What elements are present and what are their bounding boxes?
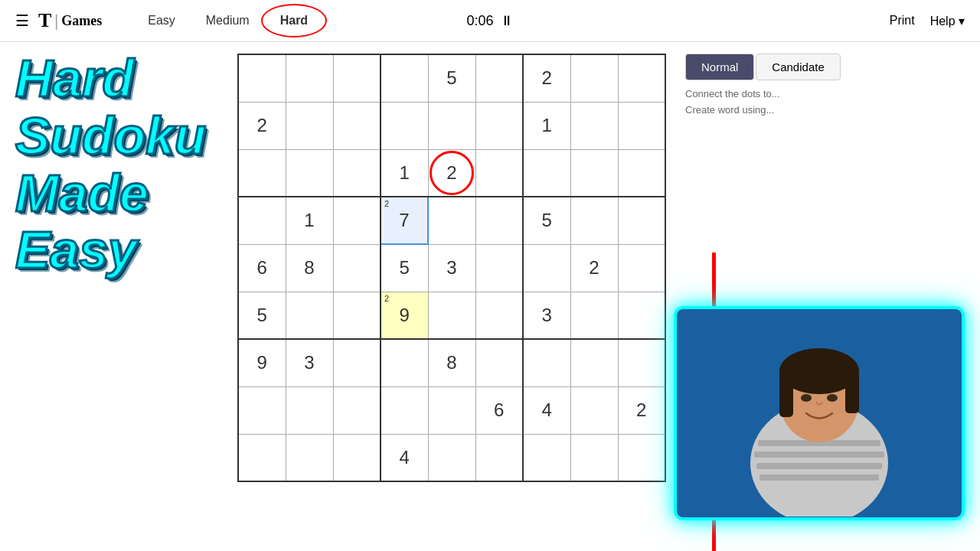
grid-cell[interactable] [238,149,286,197]
grid-cell[interactable] [381,102,428,149]
grid-cell[interactable] [618,292,665,339]
grid-cell[interactable] [618,244,665,292]
grid-cell[interactable] [428,386,475,434]
grid-cell[interactable] [333,386,381,434]
grid-cell[interactable] [238,434,286,481]
timer-display: 0:06 [466,13,493,29]
grid-cell[interactable] [333,54,381,102]
tab-easy[interactable]: Easy [132,8,191,34]
grid-cell[interactable]: 1 [286,197,333,244]
grid-cell[interactable]: 6 [475,386,523,434]
grid-cell[interactable] [333,434,381,481]
candidate-number: 2 [384,294,389,303]
grid-cell[interactable] [428,434,475,481]
grid-cell[interactable] [428,292,475,339]
grid-cell[interactable] [475,434,523,481]
grid-cell[interactable]: 3 [428,244,475,292]
grid-cell[interactable] [428,197,475,244]
grid-cell[interactable]: 3 [523,292,570,339]
grid-cell[interactable]: 2 [618,386,665,434]
grid-cell[interactable] [333,197,381,244]
grid-cell[interactable]: 1 [381,149,428,197]
grid-cell[interactable]: 4 [523,386,570,434]
grid-cell[interactable] [570,434,618,481]
grid-cell[interactable]: 4 [381,434,428,481]
grid-cell[interactable] [618,149,665,197]
tab-hard[interactable]: Hard [265,8,323,34]
grid-cell[interactable]: 8 [286,244,333,292]
grid-cell[interactable] [475,54,523,102]
grid-cell[interactable] [523,339,570,386]
grid-cell[interactable]: 2 [570,244,618,292]
grid-cell[interactable]: 5 [381,244,428,292]
grid-cell[interactable] [238,54,286,102]
sudoku-grid: 52211212756853252939386424 [237,54,666,482]
grid-cell[interactable]: 2 [428,149,475,197]
grid-cell[interactable] [618,197,665,244]
hamburger-icon[interactable]: ☰ [15,11,29,30]
grid-cell[interactable]: 27 [381,197,428,244]
grid-cell[interactable] [570,292,618,339]
grid-cell[interactable]: 5 [238,292,286,339]
grid-cell[interactable] [523,244,570,292]
grid-cell[interactable] [286,434,333,481]
tab-medium[interactable]: Medium [191,8,265,34]
grid-cell[interactable] [618,54,665,102]
grid-cell[interactable] [475,292,523,339]
grid-cell[interactable] [475,197,523,244]
grid-cell[interactable]: 5 [428,54,475,102]
grid-cell[interactable] [333,292,381,339]
grid-cell[interactable] [570,386,618,434]
video-thumbnail[interactable] [674,306,965,520]
grid-cell[interactable] [286,386,333,434]
grid-cell[interactable]: 1 [523,102,570,149]
grid-cell[interactable] [238,386,286,434]
grid-cell[interactable] [333,102,381,149]
cell-value: 2 [589,257,599,278]
grid-cell[interactable] [333,149,381,197]
pause-icon[interactable]: ⏸ [500,13,514,29]
help-button[interactable]: Help ▾ [930,14,965,28]
grid-cell[interactable] [523,149,570,197]
grid-cell[interactable]: 9 [238,339,286,386]
grid-cell[interactable] [618,434,665,481]
grid-cell[interactable] [286,54,333,102]
normal-mode-button[interactable]: Normal [685,54,754,80]
grid-cell[interactable] [570,197,618,244]
grid-cell[interactable] [238,197,286,244]
grid-cell[interactable]: 2 [238,102,286,149]
cell-value: 2 [542,67,552,88]
grid-cell[interactable] [618,102,665,149]
grid-cell[interactable] [381,54,428,102]
grid-cell[interactable] [286,292,333,339]
grid-cell[interactable]: 8 [428,339,475,386]
grid-cell[interactable]: 5 [523,197,570,244]
grid-cell[interactable] [475,339,523,386]
grid-cell[interactable] [475,149,523,197]
print-button[interactable]: Print [890,14,915,28]
grid-cell[interactable] [475,244,523,292]
grid-cell[interactable] [333,339,381,386]
grid-cell[interactable] [570,54,618,102]
grid-cell[interactable] [570,102,618,149]
grid-cell[interactable] [286,102,333,149]
overlay-word-made: Made [15,165,206,222]
grid-cell[interactable] [523,434,570,481]
cell-value: 9 [400,305,410,325]
grid-cell[interactable] [618,339,665,386]
grid-cell[interactable] [381,386,428,434]
grid-cell[interactable] [333,244,381,292]
grid-cell[interactable]: 29 [381,292,428,339]
grid-cell[interactable] [428,102,475,149]
grid-cell[interactable] [381,339,428,386]
grid-cell[interactable] [570,339,618,386]
grid-cell[interactable]: 2 [523,54,570,102]
candidate-mode-button[interactable]: Candidate [756,54,840,80]
grid-cell[interactable] [570,149,618,197]
cell-value: 4 [542,399,552,420]
video-background [677,309,962,517]
grid-cell[interactable] [475,102,523,149]
grid-cell[interactable]: 3 [286,339,333,386]
grid-cell[interactable] [286,149,333,197]
grid-cell[interactable]: 6 [238,244,286,292]
